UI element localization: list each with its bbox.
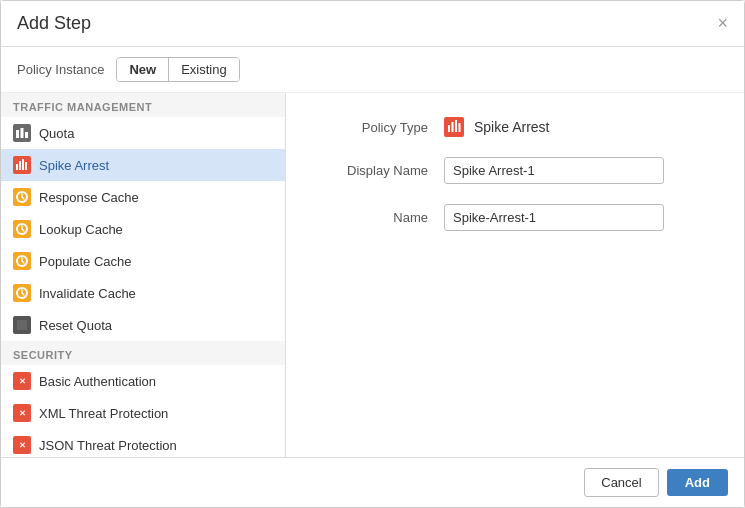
list-item-response-cache[interactable]: Response Cache xyxy=(1,181,285,213)
response-cache-icon xyxy=(13,188,31,206)
svg-rect-0 xyxy=(16,130,19,138)
spike-arrest-label: Spike Arrest xyxy=(39,158,109,173)
xml-threat-icon: ✕ xyxy=(13,404,31,422)
add-step-modal: Add Step × Policy Instance New Existing … xyxy=(0,0,745,508)
policy-type-row: Policy Type Spike Arrest xyxy=(318,117,712,137)
modal-title: Add Step xyxy=(17,13,91,34)
policy-instance-bar: Policy Instance New Existing xyxy=(1,47,744,93)
policy-type-icon xyxy=(444,117,464,137)
svg-rect-23 xyxy=(452,122,454,132)
content-area: TRAFFIC MANAGEMENT Quota xyxy=(1,93,744,457)
svg-text:✕: ✕ xyxy=(19,409,26,418)
svg-text:✕: ✕ xyxy=(19,377,26,386)
json-threat-icon: ✕ xyxy=(13,436,31,454)
basic-auth-label: Basic Authentication xyxy=(39,374,156,389)
svg-rect-24 xyxy=(455,120,457,132)
list-item-populate-cache[interactable]: Populate Cache xyxy=(1,245,285,277)
right-panel: Policy Type Spike Arrest Display N xyxy=(286,93,744,457)
existing-button[interactable]: Existing xyxy=(169,58,239,81)
populate-cache-icon xyxy=(13,252,31,270)
lookup-cache-icon xyxy=(13,220,31,238)
spike-arrest-icon xyxy=(13,156,31,174)
modal-footer: Cancel Add xyxy=(1,457,744,507)
svg-rect-25 xyxy=(459,123,461,132)
list-item-quota[interactable]: Quota xyxy=(1,117,285,149)
modal-header: Add Step × xyxy=(1,1,744,47)
svg-rect-5 xyxy=(22,159,24,170)
name-label: Name xyxy=(318,210,428,225)
list-item-xml-threat[interactable]: ✕ XML Threat Protection xyxy=(1,397,285,429)
list-item-basic-auth[interactable]: ✕ Basic Authentication xyxy=(1,365,285,397)
policy-type-text: Spike Arrest xyxy=(474,119,549,135)
invalidate-cache-icon xyxy=(13,284,31,302)
json-threat-label: JSON Threat Protection xyxy=(39,438,177,453)
policy-instance-label: Policy Instance xyxy=(17,62,104,77)
svg-rect-12 xyxy=(17,320,27,330)
lookup-cache-label: Lookup Cache xyxy=(39,222,123,237)
cancel-button[interactable]: Cancel xyxy=(584,468,658,497)
new-button[interactable]: New xyxy=(117,58,169,81)
reset-quota-icon xyxy=(13,316,31,334)
security-header: SECURITY xyxy=(1,341,285,365)
display-name-input[interactable] xyxy=(444,157,664,184)
quota-icon xyxy=(13,124,31,142)
svg-rect-3 xyxy=(16,164,18,170)
list-item-lookup-cache[interactable]: Lookup Cache xyxy=(1,213,285,245)
svg-rect-6 xyxy=(25,162,27,170)
list-item-spike-arrest[interactable]: Spike Arrest xyxy=(1,149,285,181)
basic-auth-icon: ✕ xyxy=(13,372,31,390)
svg-rect-2 xyxy=(25,132,28,138)
populate-cache-label: Populate Cache xyxy=(39,254,132,269)
invalidate-cache-label: Invalidate Cache xyxy=(39,286,136,301)
xml-threat-label: XML Threat Protection xyxy=(39,406,168,421)
list-item-invalidate-cache[interactable]: Invalidate Cache xyxy=(1,277,285,309)
list-item-reset-quota[interactable]: Reset Quota xyxy=(1,309,285,341)
svg-rect-4 xyxy=(19,161,21,170)
add-button[interactable]: Add xyxy=(667,469,728,496)
svg-rect-1 xyxy=(21,128,24,138)
name-row: Name xyxy=(318,204,712,231)
svg-rect-22 xyxy=(448,125,450,132)
policy-type-label: Policy Type xyxy=(318,120,428,135)
policy-instance-toggle: New Existing xyxy=(116,57,239,82)
quota-label: Quota xyxy=(39,126,74,141)
name-input[interactable] xyxy=(444,204,664,231)
policy-type-value: Spike Arrest xyxy=(444,117,549,137)
traffic-management-header: TRAFFIC MANAGEMENT xyxy=(1,93,285,117)
reset-quota-label: Reset Quota xyxy=(39,318,112,333)
display-name-label: Display Name xyxy=(318,163,428,178)
close-icon[interactable]: × xyxy=(717,13,728,34)
display-name-row: Display Name xyxy=(318,157,712,184)
list-item-json-threat[interactable]: ✕ JSON Threat Protection xyxy=(1,429,285,457)
svg-text:✕: ✕ xyxy=(19,441,26,450)
response-cache-label: Response Cache xyxy=(39,190,139,205)
left-panel: TRAFFIC MANAGEMENT Quota xyxy=(1,93,286,457)
